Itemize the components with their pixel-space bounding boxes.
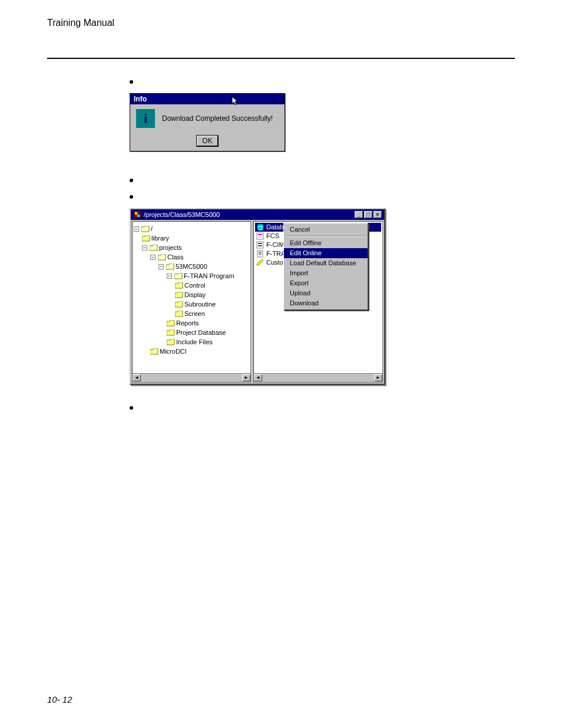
folder-icon (142, 235, 150, 242)
menu-edit-offline[interactable]: Edit Offline (284, 238, 368, 248)
folder-icon (175, 282, 183, 289)
svg-marker-7 (166, 263, 174, 269)
tree-reports[interactable]: Reports (176, 318, 199, 328)
doc-icon (256, 250, 265, 258)
tree-control[interactable]: Control (184, 281, 205, 290)
left-hscroll[interactable]: ◄ ► (133, 373, 250, 382)
scroll-right-icon[interactable]: ► (242, 374, 250, 381)
tree-display[interactable]: Display (184, 290, 206, 299)
svg-marker-4 (142, 235, 150, 241)
folder-icon (167, 339, 175, 345)
maximize-button[interactable]: □ (364, 211, 372, 218)
svg-marker-3 (141, 226, 149, 232)
info-message: Download Completed Successfully! (162, 114, 273, 123)
bullet-dot (130, 195, 133, 199)
svg-marker-15 (167, 339, 174, 345)
folder-open-icon (166, 263, 174, 270)
folder-open-icon (158, 254, 166, 261)
menu-edit-online[interactable]: Edit Online (284, 248, 368, 258)
svg-rect-24 (258, 245, 262, 246)
folder-icon (175, 311, 183, 317)
folder-open-icon (150, 245, 158, 251)
tree-53mc5000[interactable]: 53MC5000 (176, 262, 207, 271)
svg-marker-28 (257, 259, 263, 265)
menu-export[interactable]: Export (284, 278, 368, 288)
folder-open-icon (174, 273, 183, 279)
folder-icon (175, 301, 183, 308)
doc-icon (256, 241, 265, 249)
tree-incfiles[interactable]: Include Files (176, 337, 213, 347)
menu-separator (285, 236, 366, 237)
database-icon (256, 223, 265, 231)
ok-button[interactable]: OK (197, 136, 217, 146)
folder-icon (167, 320, 175, 327)
pencil-icon (256, 259, 265, 266)
svg-marker-11 (175, 301, 183, 307)
svg-rect-2 (137, 215, 140, 217)
folder-open-icon (141, 226, 150, 232)
bullet-dot (130, 80, 133, 84)
scroll-left-icon[interactable]: ◄ (254, 374, 262, 381)
scroll-left-icon[interactable]: ◄ (133, 374, 141, 381)
folder-icon (167, 330, 175, 336)
bullet-dot (130, 179, 133, 182)
menu-upload[interactable]: Upload (284, 288, 368, 298)
right-hscroll[interactable]: ◄ ► (254, 373, 382, 382)
svg-rect-23 (258, 243, 262, 244)
svg-rect-21 (258, 234, 262, 235)
svg-marker-14 (167, 330, 174, 335)
svg-point-19 (257, 228, 263, 230)
context-menu: Cancel Edit Offline Edit Online Load Def… (283, 223, 368, 310)
folder-icon (175, 292, 183, 298)
header-rule (47, 58, 515, 59)
close-button[interactable]: × (373, 211, 382, 218)
svg-rect-22 (257, 242, 263, 248)
svg-marker-9 (175, 282, 183, 288)
app-icon (133, 210, 141, 219)
tree-projects[interactable]: projects (159, 243, 182, 252)
tree-subroutine[interactable]: Subroutine (184, 299, 216, 309)
info-titlebar: Info (130, 94, 285, 104)
svg-marker-8 (174, 273, 182, 279)
page-header: Training Manual (47, 18, 515, 28)
tree-screen[interactable]: Screen (184, 309, 205, 318)
svg-marker-5 (150, 245, 157, 251)
menu-load-default[interactable]: Load Default Database (284, 258, 368, 268)
tree-ftran[interactable]: F-TRAN Program (184, 271, 234, 281)
tree-class[interactable]: Class (167, 252, 184, 262)
bullet-2 (130, 175, 515, 182)
info-title-text: Info (134, 95, 147, 103)
bullet-4 (130, 403, 515, 410)
explorer-window: /projects/Class/53MC5000 _ □ × −/ librar… (130, 208, 385, 385)
tree-root[interactable]: / (151, 224, 153, 233)
scroll-right-icon[interactable]: ► (374, 374, 382, 381)
svg-marker-13 (167, 320, 174, 326)
cursor-icon (232, 96, 240, 108)
folder-icon (150, 348, 158, 355)
menu-cancel[interactable]: Cancel (284, 225, 368, 235)
doc-icon (256, 232, 265, 240)
svg-rect-20 (257, 233, 263, 239)
info-icon: i (136, 109, 155, 128)
bullet-dot (130, 406, 133, 410)
info-dialog: Info i Download Completed Successfully! … (130, 93, 285, 151)
menu-import[interactable]: Import (284, 268, 368, 278)
list-pane[interactable]: Datab FCS F-CIM F-TRA (253, 221, 383, 383)
tree-pane[interactable]: −/ library −projects −Class −53MC5000 −F… (132, 221, 251, 383)
explorer-titlebar[interactable]: /projects/Class/53MC5000 _ □ × (131, 209, 384, 220)
minimize-button[interactable]: _ (355, 211, 363, 218)
menu-download[interactable]: Download (284, 298, 368, 308)
svg-rect-1 (135, 212, 137, 215)
svg-marker-12 (175, 311, 183, 317)
bullet-3 (130, 192, 515, 199)
tree-projdb[interactable]: Project Database (176, 328, 226, 337)
svg-marker-10 (175, 292, 183, 298)
explorer-title-text: /projects/Class/53MC5000 (144, 211, 220, 218)
page-number: 10- 12 (47, 694, 72, 704)
svg-marker-16 (150, 348, 158, 354)
svg-marker-6 (158, 254, 166, 260)
bullet-1 (130, 77, 515, 84)
tree-microdci[interactable]: MicroDCI (160, 347, 187, 356)
tree-library[interactable]: library (151, 233, 169, 243)
